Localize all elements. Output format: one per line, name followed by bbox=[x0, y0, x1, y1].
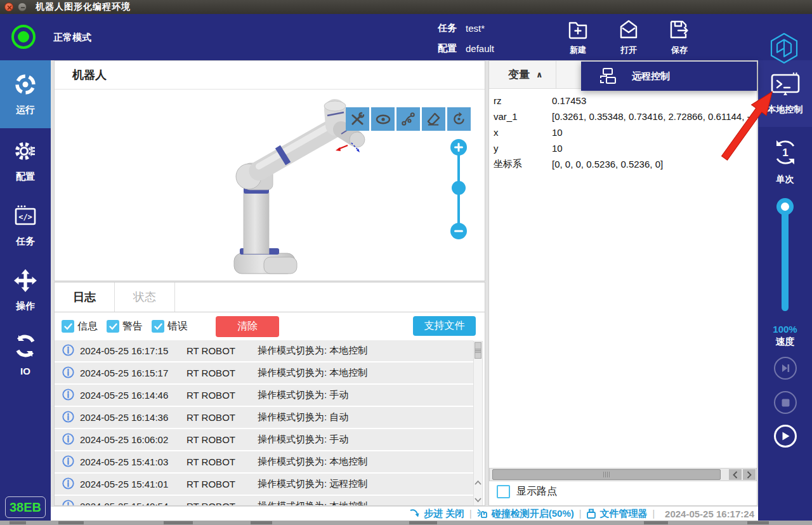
sidebar-item-config[interactable]: 配置 bbox=[0, 128, 51, 193]
task-code-icon: </> bbox=[13, 204, 37, 230]
config-value: default bbox=[466, 43, 494, 54]
status-indicator-icon bbox=[11, 25, 36, 49]
sidebar-item-run[interactable]: 运行 bbox=[0, 60, 51, 128]
log-row[interactable]: 2024-05-25 16:14:46 RT ROBOT 操作模式切换为: 手动 bbox=[55, 385, 473, 406]
log-row[interactable]: 2024-05-25 16:17:15 RT ROBOT 操作模式切换为: 本地… bbox=[55, 340, 473, 361]
open-button[interactable]: 打开 bbox=[608, 19, 650, 56]
skip-next-icon bbox=[780, 363, 790, 373]
play-button[interactable] bbox=[774, 425, 797, 448]
tools-button[interactable] bbox=[346, 107, 369, 131]
log-filter-checkbox[interactable]: 警告 bbox=[107, 320, 143, 333]
info-icon bbox=[62, 500, 75, 507]
scroll-down-button[interactable] bbox=[474, 495, 482, 506]
eraser-button[interactable] bbox=[422, 107, 445, 131]
horizontal-scrollbar[interactable] bbox=[489, 468, 757, 481]
log-tabbar: 日志 状态 bbox=[55, 282, 485, 312]
info-icon bbox=[62, 477, 75, 491]
step-next-button[interactable] bbox=[774, 357, 797, 380]
clear-button[interactable]: 清除 bbox=[216, 316, 279, 337]
horizontal-scrollbar-thumb[interactable] bbox=[492, 469, 721, 480]
variable-row[interactable]: y 10 bbox=[489, 140, 757, 156]
file-manager-button[interactable]: 文件管理器 bbox=[586, 508, 647, 520]
scroll-right-button[interactable] bbox=[743, 469, 756, 480]
single-cycle-icon: 1 bbox=[771, 138, 800, 169]
info-icon bbox=[62, 411, 75, 425]
gear-icon bbox=[13, 139, 37, 166]
minimize-icon[interactable] bbox=[18, 3, 27, 11]
info-icon bbox=[62, 344, 75, 358]
tab-log[interactable]: 日志 bbox=[55, 282, 115, 312]
scroll-up-button[interactable] bbox=[474, 478, 482, 489]
terminal-icon bbox=[771, 72, 800, 100]
remote-control-menu-item[interactable]: 远程控制 bbox=[581, 62, 757, 91]
eraser-icon bbox=[426, 112, 441, 126]
variable-row[interactable]: x 10 bbox=[489, 124, 757, 140]
log-row[interactable]: 2024-05-25 15:41:03 RT ROBOT 操作模式切换为: 本地… bbox=[55, 451, 473, 472]
svg-text:1: 1 bbox=[782, 147, 788, 159]
log-row[interactable]: 2024-05-25 16:14:36 RT ROBOT 操作模式切换为: 自动 bbox=[55, 407, 473, 428]
support-file-button[interactable]: 支持文件 bbox=[413, 316, 476, 336]
file-manager-icon bbox=[586, 508, 596, 519]
log-row[interactable]: 2024-05-25 15:41:01 RT ROBOT 操作模式切换为: 远程… bbox=[55, 474, 473, 495]
step-mode-indicator[interactable]: 步进 关闭 bbox=[409, 508, 464, 520]
sidebar-item-io[interactable]: IO bbox=[0, 322, 51, 387]
collapse-caret-icon[interactable]: ∧ bbox=[536, 70, 543, 79]
collision-icon bbox=[477, 508, 488, 519]
collision-detect-indicator[interactable]: 碰撞检测开启(50%) bbox=[477, 508, 574, 520]
eye-button[interactable] bbox=[371, 107, 395, 131]
info-icon bbox=[62, 455, 75, 469]
show-waypoints-checkbox[interactable] bbox=[497, 485, 510, 498]
log-scrollbar-thumb[interactable] bbox=[475, 342, 481, 359]
info-icon bbox=[62, 389, 75, 402]
tab-status[interactable]: 状态 bbox=[115, 282, 175, 312]
speed-label: 速度 bbox=[758, 336, 812, 348]
status-bar: 步进 关闭 | 碰撞检测开启(50%) | 文件管理器 | 2024-05-25… bbox=[51, 506, 758, 521]
stop-button[interactable] bbox=[774, 391, 797, 414]
left-sidebar: 运行 配置 </> 任务 bbox=[0, 60, 51, 521]
zoom-control bbox=[449, 139, 468, 241]
close-icon[interactable] bbox=[4, 3, 13, 11]
sidebar-item-task[interactable]: </> 任务 bbox=[0, 193, 51, 258]
local-control-button[interactable]: 本地控制 bbox=[758, 60, 812, 127]
speed-slider-track[interactable] bbox=[782, 204, 789, 311]
sidebar-item-operate[interactable]: 操作 bbox=[0, 258, 51, 322]
speed-slider-knob[interactable] bbox=[776, 198, 794, 215]
brand-logo-icon bbox=[769, 32, 799, 67]
checkbox-checked-icon bbox=[62, 320, 74, 333]
reset-view-button[interactable] bbox=[447, 107, 471, 131]
variable-row[interactable]: rz 0.17453 bbox=[489, 93, 757, 109]
app-header: 正常模式 任务 test* 配置 default 新建 bbox=[0, 14, 812, 60]
stop-icon bbox=[782, 399, 790, 407]
single-run-button[interactable]: 1 单次 bbox=[758, 130, 812, 193]
log-row[interactable]: 2024-05-25 15:40:54 RT ROBOT 操作模式切换为: 本地… bbox=[55, 496, 473, 506]
log-list[interactable]: 2024-05-25 16:17:15 RT ROBOT 操作模式切换为: 本地… bbox=[55, 340, 473, 506]
log-filter-group: 信息 警告 错误 bbox=[62, 320, 197, 333]
window-title: 机器人图形化编程环境 bbox=[36, 1, 131, 13]
path-button[interactable] bbox=[396, 107, 420, 131]
robot-panel: 机器人 bbox=[54, 60, 485, 281]
zoom-in-button[interactable] bbox=[450, 139, 467, 156]
info-icon bbox=[62, 433, 75, 447]
robot-3d-view[interactable] bbox=[55, 90, 485, 281]
taskbar-edge bbox=[0, 521, 812, 525]
new-button[interactable]: 新建 bbox=[557, 19, 599, 56]
variable-row[interactable]: 坐标系 [0, 0, 0, 0.5236, 0.5236, 0] bbox=[489, 156, 757, 172]
zoom-out-button[interactable] bbox=[450, 223, 467, 239]
log-filter-checkbox[interactable]: 错误 bbox=[152, 320, 188, 333]
speed-percent: 100% bbox=[758, 324, 812, 335]
move-arrows-icon bbox=[13, 269, 37, 295]
scroll-left-button[interactable] bbox=[729, 469, 742, 480]
zoom-slider-knob[interactable] bbox=[452, 181, 466, 195]
log-filter-checkbox[interactable]: 信息 bbox=[62, 320, 98, 333]
plus-icon bbox=[454, 143, 463, 152]
save-button[interactable]: 保存 bbox=[658, 19, 700, 56]
log-row[interactable]: 2024-05-25 16:15:17 RT ROBOT 操作模式切换为: 本地… bbox=[55, 362, 473, 383]
eye-icon bbox=[376, 114, 391, 125]
variable-row[interactable]: var_1 [0.3261, 0.35348, 0.73416, 2.72866… bbox=[489, 109, 757, 124]
log-panel: 日志 状态 信息 警告 bbox=[54, 282, 485, 506]
open-folder-icon bbox=[618, 19, 639, 44]
svg-text:</>: </> bbox=[18, 213, 32, 222]
checkbox-checked-icon bbox=[152, 320, 164, 333]
log-row[interactable]: 2024-05-25 16:06:02 RT ROBOT 操作模式切换为: 手动 bbox=[55, 429, 473, 450]
speed-slider[interactable] bbox=[758, 197, 812, 314]
